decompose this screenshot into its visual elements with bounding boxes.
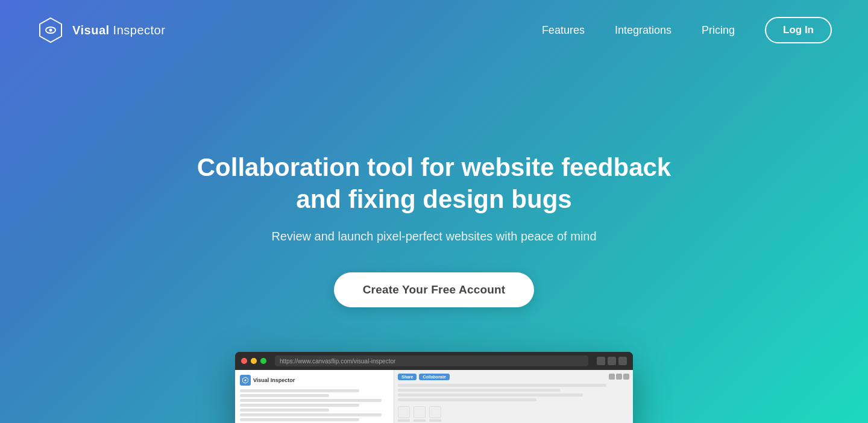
rc-line	[398, 398, 536, 401]
nav-features[interactable]: Features	[542, 24, 585, 37]
browser-url-bar: https://www.canvasflip.com/visual-inspec…	[275, 356, 588, 366]
logo[interactable]: Visual Inspector	[36, 16, 165, 45]
browser-content-lines	[240, 389, 389, 423]
browser-mockup: https://www.canvasflip.com/visual-inspec…	[235, 352, 633, 423]
browser-dot-green	[260, 358, 266, 364]
logo-text: Visual Inspector	[72, 24, 165, 37]
login-button[interactable]: Log In	[765, 17, 832, 43]
right-panel-toolbar: Share Collaborate	[398, 374, 629, 380]
content-line	[240, 409, 329, 412]
browser-right-panel: Share Collaborate	[394, 370, 633, 423]
browser-mockup-wrapper: https://www.canvasflip.com/visual-inspec…	[235, 352, 633, 423]
rc-line	[398, 389, 560, 392]
toolbar-collab-btn: Collaborate	[419, 374, 450, 380]
inner-logo-icon	[240, 375, 251, 386]
nav-links: Features Integrations Pricing Log In	[542, 17, 832, 43]
url-text: https://www.canvasflip.com/visual-inspec…	[280, 358, 395, 365]
content-line	[240, 413, 382, 416]
svg-point-2	[245, 380, 247, 381]
content-line	[240, 389, 359, 392]
rc-line	[398, 393, 583, 396]
browser-dot-yellow	[251, 358, 257, 364]
hero-subheadline: Review and launch pixel-perfect websites…	[271, 230, 596, 243]
inner-logo-text: Visual Inspector	[253, 377, 295, 383]
navbar: Visual Inspector Features Integrations P…	[0, 0, 868, 60]
browser-left-panel: Visual Inspector	[235, 370, 394, 423]
content-line	[240, 418, 359, 421]
svg-point-1	[49, 29, 52, 32]
rc-line	[398, 384, 606, 387]
hero-section: Visual Inspector Features Integrations P…	[0, 0, 868, 423]
browser-bar: https://www.canvasflip.com/visual-inspec…	[235, 352, 633, 370]
nav-pricing[interactable]: Pricing	[702, 24, 735, 37]
hero-headline: Collaboration tool for website feedback …	[175, 152, 693, 215]
right-content-block	[398, 384, 629, 401]
content-line	[240, 394, 329, 397]
browser-content: Visual Inspector Share	[235, 370, 633, 423]
inner-logo: Visual Inspector	[240, 375, 389, 386]
toolbar-share-btn: Share	[398, 374, 417, 380]
logo-icon	[36, 16, 65, 45]
cta-button[interactable]: Create Your Free Account	[334, 272, 535, 307]
browser-dot-red	[241, 358, 247, 364]
content-line	[240, 404, 359, 407]
content-line	[240, 399, 382, 402]
nav-integrations[interactable]: Integrations	[615, 24, 671, 37]
